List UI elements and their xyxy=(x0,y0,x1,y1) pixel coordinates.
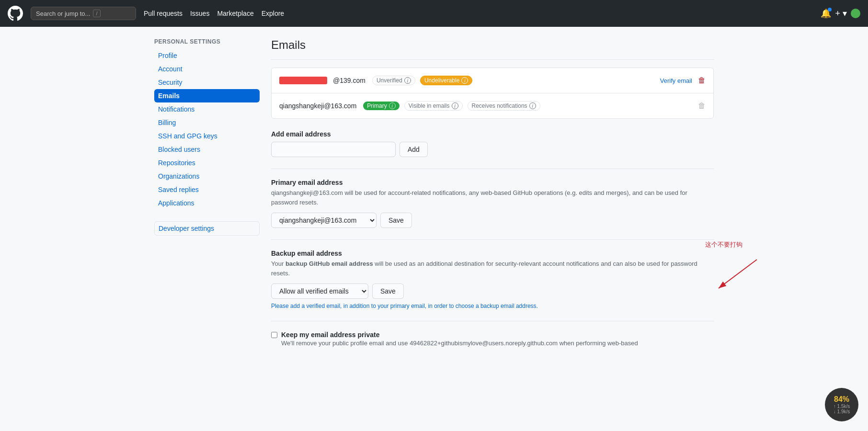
email-row-2: qiangshangkeji@163.com Primary i Visible… xyxy=(272,93,713,118)
sidebar-item-emails[interactable]: Emails xyxy=(154,89,260,102)
primary-email-save-button[interactable]: Save xyxy=(380,213,412,228)
backup-email-bold: backup GitHub email address xyxy=(286,260,373,267)
backup-email-note: Please add a verified email, in addition… xyxy=(271,303,714,309)
email-1-actions: Verify email 🗑 xyxy=(660,76,706,85)
private-email-checkbox-row: Keep my email address private We'll remo… xyxy=(271,331,714,347)
header-nav: Pull requests Issues Marketplace Explore xyxy=(144,10,284,17)
primary-email-desc: qiangshangkeji@163.com will be used for … xyxy=(271,188,714,207)
badge-receives-notifications: Receives notifications i xyxy=(468,101,540,111)
email-row-1: @139.com Unverified i Undeliverable i Ve… xyxy=(272,68,713,93)
sidebar-item-account[interactable]: Account xyxy=(154,62,260,76)
github-logo-icon[interactable] xyxy=(8,6,23,21)
backup-email-desc: Your backup GitHub email address will be… xyxy=(271,259,714,278)
search-slash: / xyxy=(93,10,100,17)
page-layout: Personal settings Profile Account Securi… xyxy=(147,27,721,370)
section-divider-3 xyxy=(271,321,714,321)
developer-settings-link[interactable]: Developer settings xyxy=(154,221,260,236)
nav-explore[interactable]: Explore xyxy=(262,10,284,17)
delete-email-2-icon[interactable]: 🗑 xyxy=(698,102,706,110)
sidebar-item-notifications[interactable]: Notifications xyxy=(154,102,260,116)
backup-email-select[interactable]: Allow all verified emails xyxy=(271,284,368,299)
visible-info-icon[interactable]: i xyxy=(452,102,458,109)
sidebar-item-profile[interactable]: Profile xyxy=(154,49,260,62)
primary-email-form-row: qiangshangkeji@163.com Save xyxy=(271,213,714,228)
backup-email-form-row: Allow all verified emails Save 这个不要打钩 xyxy=(271,284,714,299)
user-avatar[interactable] xyxy=(851,9,860,18)
sidebar-item-ssh-gpg-keys[interactable]: SSH and GPG keys xyxy=(154,129,260,143)
sidebar-item-applications[interactable]: Applications xyxy=(154,196,260,210)
add-email-button[interactable]: Add xyxy=(400,142,428,157)
backup-email-title: Backup email address xyxy=(271,250,714,257)
email-redacted-block xyxy=(279,77,327,84)
add-email-section: Add email address Add xyxy=(271,130,714,157)
section-divider-1 xyxy=(271,169,714,169)
add-email-input[interactable] xyxy=(271,142,396,157)
sidebar-nav: Profile Account Security Emails Notifica… xyxy=(154,49,260,210)
sidebar: Personal settings Profile Account Securi… xyxy=(154,38,260,358)
primary-email-title: Primary email address xyxy=(271,179,714,186)
email-suffix-1: @139.com xyxy=(333,77,365,84)
sidebar-item-saved-replies[interactable]: Saved replies xyxy=(154,183,260,196)
svg-line-1 xyxy=(719,260,757,288)
sidebar-section-title: Personal settings xyxy=(154,38,260,49)
header-right: 🔔 + ▾ xyxy=(821,8,860,19)
keep-email-private-desc: We'll remove your public profile email a… xyxy=(281,340,638,347)
email-2-actions: 🗑 xyxy=(698,102,706,110)
sidebar-item-security[interactable]: Security xyxy=(154,76,260,89)
unverified-info-icon[interactable]: i xyxy=(404,77,411,84)
backup-email-section: Backup email address Your backup GitHub … xyxy=(271,250,714,309)
verify-email-link[interactable]: Verify email xyxy=(660,77,692,84)
annotation-arrow-icon xyxy=(709,255,766,293)
undeliverable-info-icon[interactable]: i xyxy=(461,77,468,84)
nav-issues[interactable]: Issues xyxy=(190,10,209,17)
sidebar-item-blocked-users[interactable]: Blocked users xyxy=(154,143,260,156)
annotation-text: 这个不要打钩 xyxy=(705,240,742,249)
sidebar-item-repositories[interactable]: Repositories xyxy=(154,156,260,170)
developer-settings-section: Developer settings xyxy=(154,221,260,236)
badge-unverified: Unverified i xyxy=(372,76,415,85)
private-email-label-block: Keep my email address private We'll remo… xyxy=(281,331,638,347)
primary-email-select[interactable]: qiangshangkeji@163.com xyxy=(271,213,377,228)
search-text: Search or jump to... xyxy=(36,10,90,17)
notifications-bell[interactable]: 🔔 xyxy=(821,8,831,19)
sidebar-item-billing[interactable]: Billing xyxy=(154,116,260,129)
nav-marketplace[interactable]: Marketplace xyxy=(217,10,253,17)
primary-email-section: Primary email address qiangshangkeji@163… xyxy=(271,179,714,228)
private-email-section: Keep my email address private We'll remo… xyxy=(271,331,714,347)
header: Search or jump to... / Pull requests Iss… xyxy=(0,0,868,27)
main-content: Emails @139.com Unverified i Undeliverab… xyxy=(271,38,714,358)
add-email-row: Add xyxy=(271,142,714,157)
email-list: @139.com Unverified i Undeliverable i Ve… xyxy=(271,68,714,119)
keep-email-private-checkbox[interactable] xyxy=(271,332,277,338)
sidebar-item-organizations[interactable]: Organizations xyxy=(154,170,260,183)
delete-email-1-icon[interactable]: 🗑 xyxy=(698,76,706,85)
nav-pull-requests[interactable]: Pull requests xyxy=(144,10,183,17)
add-email-title: Add email address xyxy=(271,130,714,138)
keep-email-private-label[interactable]: Keep my email address private xyxy=(281,331,379,339)
notifications-info-icon[interactable]: i xyxy=(529,102,536,109)
search-bar[interactable]: Search or jump to... / xyxy=(31,7,136,20)
backup-email-save-button[interactable]: Save xyxy=(372,284,404,299)
section-divider-2 xyxy=(271,239,714,240)
primary-info-icon[interactable]: i xyxy=(389,102,396,109)
email-address-2: qiangshangkeji@163.com xyxy=(279,102,356,110)
plus-menu[interactable]: + ▾ xyxy=(835,8,847,19)
badge-primary: Primary i xyxy=(363,102,399,110)
badge-visible-in-emails: Visible in emails i xyxy=(404,101,463,111)
page-title: Emails xyxy=(271,38,714,60)
badge-undeliverable: Undeliverable i xyxy=(420,76,472,85)
